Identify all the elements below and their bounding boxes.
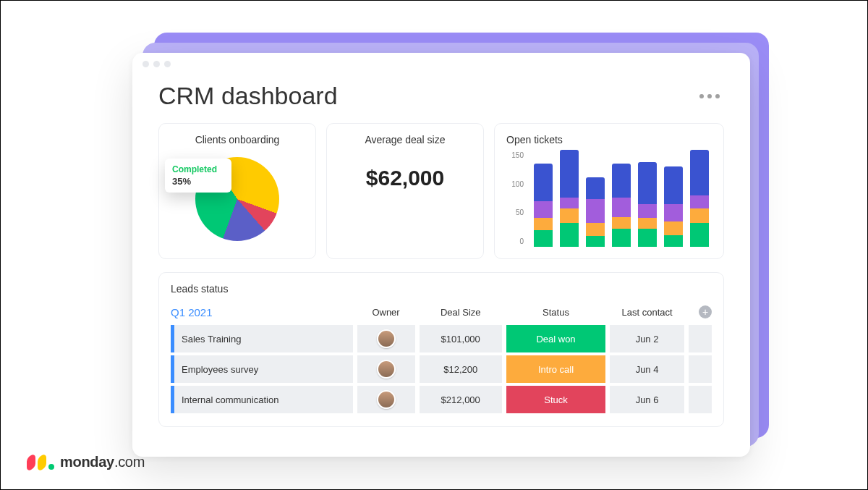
chart-bar-segment xyxy=(586,236,605,247)
chart-bar-segment xyxy=(638,204,657,219)
chart-bar[interactable] xyxy=(638,162,657,247)
card-title: Clients onboarding xyxy=(171,134,304,145)
chart-bar-segment xyxy=(560,198,579,208)
lead-name-cell[interactable]: Employees survey xyxy=(171,355,353,383)
table-row[interactable]: Sales Training $101,000 Deal won Jun 2 xyxy=(171,325,712,352)
avatar xyxy=(377,329,396,348)
card-open-tickets: Open tickets 150100500 xyxy=(494,123,724,259)
dots-icon xyxy=(707,94,712,98)
pie-tooltip: Completed 35% xyxy=(165,159,231,193)
lead-owner-cell[interactable] xyxy=(357,325,415,352)
chart-bar-segment xyxy=(664,221,683,235)
chart-bar[interactable] xyxy=(664,166,683,247)
card-average-deal-size: Average deal size $62,000 xyxy=(326,123,484,259)
app-window: CRM dashboard Clients onboarding Complet… xyxy=(132,53,750,457)
chart-bar-segment xyxy=(664,204,683,222)
add-column-button[interactable]: + xyxy=(699,305,712,318)
chart-bar-segment xyxy=(586,223,605,236)
chart-bar-segment xyxy=(586,199,605,223)
chart-tick-label: 50 xyxy=(516,208,524,216)
lead-contact-cell: Jun 2 xyxy=(610,325,684,352)
window-title-bar xyxy=(132,53,750,75)
traffic-light-icon xyxy=(153,61,160,67)
chart-bar-segment xyxy=(638,229,657,247)
avatar xyxy=(377,360,396,379)
chart-bar-segment xyxy=(560,150,579,198)
chart-bar-segment xyxy=(534,218,553,230)
chart-bar[interactable] xyxy=(560,150,579,247)
pie-tooltip-label: Completed xyxy=(172,164,224,174)
open-tickets-bar-chart[interactable]: 150100500 xyxy=(506,151,712,247)
pie-tooltip-value: 35% xyxy=(172,176,224,187)
chart-bar[interactable] xyxy=(586,177,605,247)
avg-deal-value: $62,000 xyxy=(339,166,472,190)
avatar xyxy=(377,390,396,409)
chart-bar-segment xyxy=(534,164,553,202)
lead-deal-cell: $212,000 xyxy=(420,386,502,413)
chart-bar-segment xyxy=(690,223,709,247)
chart-tick-label: 100 xyxy=(511,180,524,188)
column-header-deal-size: Deal Size xyxy=(420,307,502,318)
column-header-last-contact: Last contact xyxy=(610,307,684,318)
card-title: Average deal size xyxy=(339,134,472,145)
lead-status-cell[interactable]: Intro call xyxy=(506,355,605,383)
lead-deal-cell: $12,200 xyxy=(420,355,502,383)
chart-bar-segment xyxy=(664,166,683,203)
page-title: CRM dashboard xyxy=(158,82,338,110)
lead-deal-cell: $101,000 xyxy=(420,325,502,352)
brand-logo: monday.com xyxy=(27,454,145,470)
dots-icon xyxy=(699,94,704,98)
lead-blank-cell xyxy=(689,325,712,352)
lead-status-cell[interactable]: Deal won xyxy=(506,325,605,352)
chart-bar-segment xyxy=(690,208,709,223)
table-row[interactable]: Employees survey $12,200 Intro call Jun … xyxy=(171,355,712,383)
chart-bar-segment xyxy=(638,218,657,229)
lead-contact-cell: Jun 6 xyxy=(610,386,684,413)
chart-bar-segment xyxy=(586,177,605,199)
more-menu-button[interactable] xyxy=(695,90,724,103)
lead-blank-cell xyxy=(689,355,712,383)
column-header-owner: Owner xyxy=(357,307,415,318)
chart-bar-segment xyxy=(534,230,553,247)
leads-subtitle[interactable]: Q1 2021 xyxy=(171,306,353,318)
lead-owner-cell[interactable] xyxy=(357,355,415,383)
lead-blank-cell xyxy=(689,386,712,413)
chart-bar-segment xyxy=(560,223,579,247)
chart-bar-segment xyxy=(690,195,709,208)
chart-bar-segment xyxy=(612,217,631,229)
brand-logo-icon xyxy=(27,455,54,470)
lead-name-cell[interactable]: Sales Training xyxy=(171,325,353,352)
chart-bar-segment xyxy=(560,208,579,223)
chart-bar-segment xyxy=(534,201,553,218)
card-clients-onboarding: Clients onboarding Completed 35% xyxy=(158,123,316,259)
chart-bar-segment xyxy=(690,150,709,195)
lead-owner-cell[interactable] xyxy=(357,386,415,413)
lead-contact-cell: Jun 4 xyxy=(610,355,684,383)
chart-tick-label: 150 xyxy=(511,151,524,159)
chart-bar[interactable] xyxy=(612,164,631,248)
chart-bar-segment xyxy=(612,164,631,198)
chart-bar-segment xyxy=(612,229,631,247)
brand-name: monday xyxy=(60,454,114,470)
chart-tick-label: 0 xyxy=(519,237,524,245)
brand-suffix: .com xyxy=(114,454,145,470)
lead-status-cell[interactable]: Stuck xyxy=(506,386,605,413)
dots-icon xyxy=(715,94,720,98)
traffic-light-icon xyxy=(164,61,171,67)
chart-y-axis: 150100500 xyxy=(506,151,524,247)
traffic-light-icon xyxy=(142,61,149,67)
chart-bar-segment xyxy=(612,198,631,216)
chart-bar-segment xyxy=(664,235,683,248)
card-title: Leads status xyxy=(171,283,712,295)
table-row[interactable]: Internal communication $212,000 Stuck Ju… xyxy=(171,386,712,413)
card-leads-status: Leads status Q1 2021 Owner Deal Size Sta… xyxy=(158,272,724,427)
lead-name-cell[interactable]: Internal communication xyxy=(171,386,353,413)
chart-bar-segment xyxy=(638,162,657,204)
chart-bar[interactable] xyxy=(690,150,709,247)
column-header-status: Status xyxy=(506,307,605,318)
card-title: Open tickets xyxy=(506,134,712,145)
chart-bar[interactable] xyxy=(534,164,553,248)
